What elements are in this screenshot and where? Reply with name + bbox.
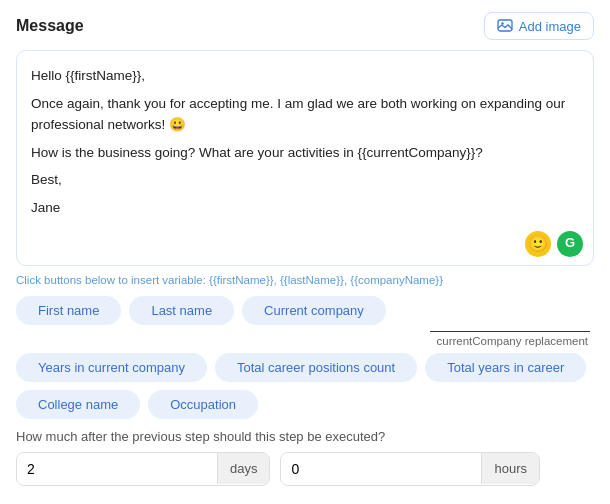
step-delay-label: How much after the previous step should … (16, 429, 594, 444)
var-btn-total-years-in-career[interactable]: Total years in career (425, 353, 586, 382)
message-line3: How is the business going? What are your… (31, 142, 579, 164)
variables-row-2: Years in current company Total career po… (16, 353, 594, 419)
days-input[interactable] (17, 453, 217, 485)
message-line4: Best, (31, 169, 579, 191)
replacement-label-row: currentCompany replacement (16, 331, 594, 347)
svg-point-1 (501, 22, 503, 24)
hours-input-group: hours (280, 452, 540, 486)
days-input-group: days (16, 452, 270, 486)
days-unit: days (217, 453, 269, 484)
page-wrapper: Message Add image Hello {{firstName}}, O… (0, 0, 610, 498)
var-btn-years-in-company[interactable]: Years in current company (16, 353, 207, 382)
hours-input[interactable] (281, 453, 481, 485)
hours-unit: hours (481, 453, 539, 484)
replacement-label: currentCompany replacement (430, 331, 590, 347)
var-btn-first-name[interactable]: First name (16, 296, 121, 325)
message-box[interactable]: Hello {{firstName}}, Once again, thank y… (16, 50, 594, 266)
message-line1: Hello {{firstName}}, (31, 65, 579, 87)
var-btn-total-career-positions[interactable]: Total career positions count (215, 353, 417, 382)
hint-text: Click buttons below to insert variable: … (16, 274, 594, 286)
var-btn-last-name[interactable]: Last name (129, 296, 234, 325)
header-row: Message Add image (16, 12, 594, 40)
message-footer-icons: 🙂 G (525, 231, 583, 257)
delay-inputs-row: days hours (16, 452, 594, 486)
image-icon (497, 18, 513, 34)
add-image-button[interactable]: Add image (484, 12, 594, 40)
variables-row-1: First name Last name Current company (16, 296, 594, 325)
section-title: Message (16, 17, 84, 35)
message-line2: Once again, thank you for accepting me. … (31, 93, 579, 136)
var-btn-occupation[interactable]: Occupation (148, 390, 258, 419)
svg-rect-0 (498, 20, 512, 31)
var-btn-college-name[interactable]: College name (16, 390, 140, 419)
step-delay-section: How much after the previous step should … (16, 429, 594, 486)
grammarly-button[interactable]: G (557, 231, 583, 257)
emoji-button[interactable]: 🙂 (525, 231, 551, 257)
var-btn-current-company[interactable]: Current company (242, 296, 386, 325)
message-line5: Jane (31, 197, 579, 219)
add-image-label: Add image (519, 19, 581, 34)
